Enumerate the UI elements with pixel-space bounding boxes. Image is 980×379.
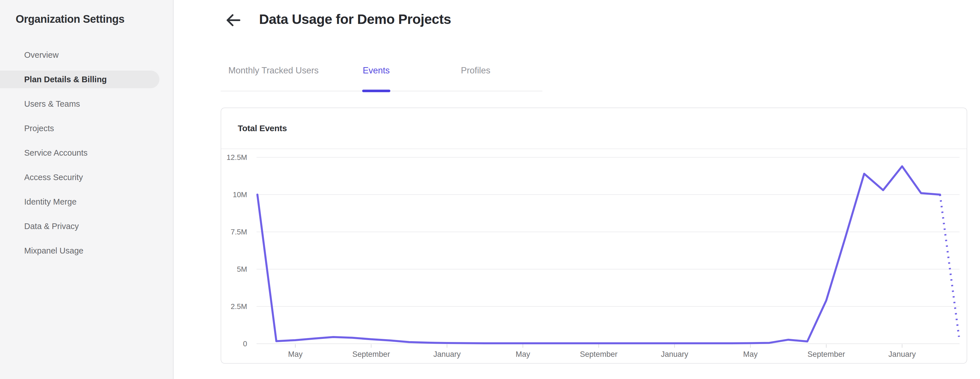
back-button[interactable] <box>225 13 241 28</box>
events-series-line <box>258 166 940 343</box>
events-projection-dotted-line <box>940 195 959 337</box>
svg-text:September: September <box>807 350 845 358</box>
tab-label: Profiles <box>461 65 490 75</box>
sidebar: Organization Settings OverviewPlan Detai… <box>0 0 174 379</box>
sidebar-nav: OverviewPlan Details & BillingUsers & Te… <box>0 43 173 263</box>
tab-label: Monthly Tracked Users <box>228 65 318 75</box>
sidebar-item-access-security[interactable]: Access Security <box>0 165 173 189</box>
tab-profiles[interactable]: Profiles <box>461 63 490 91</box>
events-line-chart: 02.5M5M7.5M10M12.5MMaySeptemberJanuaryMa… <box>221 150 967 363</box>
sidebar-title: Organization Settings <box>16 13 124 25</box>
x-ticks <box>295 344 902 348</box>
svg-text:10M: 10M <box>232 190 247 199</box>
svg-text:12.5M: 12.5M <box>227 153 247 162</box>
svg-text:May: May <box>288 350 303 358</box>
card-title: Total Events <box>238 124 287 133</box>
sidebar-item-identity-merge[interactable]: Identity Merge <box>0 189 173 214</box>
svg-text:May: May <box>515 350 530 358</box>
card-header: Total Events <box>221 108 967 149</box>
sidebar-item-mixpanel-usage[interactable]: Mixpanel Usage <box>0 238 173 263</box>
tab-bar: Monthly Tracked UsersEventsProfiles <box>221 63 542 91</box>
svg-text:May: May <box>743 350 758 358</box>
sidebar-item-users-teams[interactable]: Users & Teams <box>0 92 173 116</box>
page-title: Data Usage for Demo Projects <box>259 11 451 27</box>
y-axis-labels: 02.5M5M7.5M10M12.5M <box>227 153 247 348</box>
svg-text:5M: 5M <box>237 265 247 273</box>
svg-text:2.5M: 2.5M <box>231 302 247 311</box>
svg-text:September: September <box>353 350 390 358</box>
total-events-card: Total Events 02.5M5M7.5M10M12.5MMaySepte… <box>221 108 967 364</box>
sidebar-item-projects[interactable]: Projects <box>0 116 173 141</box>
left-arrow-icon <box>225 13 241 28</box>
svg-text:September: September <box>580 350 617 358</box>
sidebar-item-data-privacy[interactable]: Data & Privacy <box>0 214 173 238</box>
svg-text:January: January <box>433 350 461 358</box>
svg-text:January: January <box>661 350 689 358</box>
svg-text:January: January <box>888 350 916 358</box>
svg-text:7.5M: 7.5M <box>231 228 247 236</box>
tab-monthly-tracked-users[interactable]: Monthly Tracked Users <box>228 63 318 91</box>
svg-text:0: 0 <box>243 339 247 348</box>
sidebar-item-plan-details-billing[interactable]: Plan Details & Billing <box>0 71 159 88</box>
events-chart-area[interactable]: 02.5M5M7.5M10M12.5MMaySeptemberJanuaryMa… <box>221 150 967 363</box>
x-axis-labels: MaySeptemberJanuaryMaySeptemberJanuaryMa… <box>288 350 916 358</box>
sidebar-item-service-accounts[interactable]: Service Accounts <box>0 141 173 165</box>
tab-events[interactable]: Events <box>363 63 390 91</box>
sidebar-item-overview[interactable]: Overview <box>0 43 173 67</box>
y-gridlines <box>256 157 959 344</box>
tab-label: Events <box>363 65 390 75</box>
active-tab-underline <box>362 90 390 92</box>
